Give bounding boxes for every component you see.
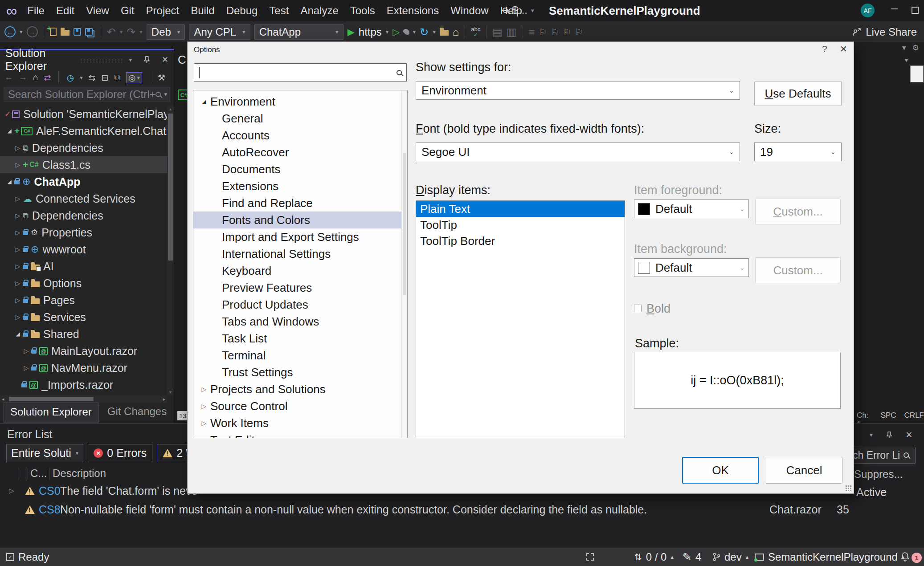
chevron-down-icon[interactable]: ▾ — [80, 74, 83, 81]
new-file-icon[interactable] — [50, 28, 57, 36]
window-position-icon[interactable]: ▾ — [870, 432, 873, 438]
quick-search[interactable]: S... ▾ — [503, 4, 534, 16]
panel-tab-git-changes[interactable]: Git Changes — [101, 403, 173, 423]
chevron-down-icon[interactable]: ▾ — [164, 91, 167, 98]
menu-extensions[interactable]: Extensions — [381, 4, 445, 17]
solution-search-input[interactable]: Search Solution Explorer (Ctrl+ ▾ — [4, 87, 170, 102]
menu-test[interactable]: Test — [263, 4, 294, 17]
options-category-projects-and-solutions[interactable]: ▷Projects and Solutions — [193, 381, 407, 398]
properties-window-icon[interactable]: ⧉ — [114, 73, 120, 82]
error-search-fragment[interactable]: ch Error Li — [849, 447, 916, 464]
tree-item-services[interactable]: ▷Services — [0, 309, 167, 326]
options-category-environment[interactable]: ◢Environment — [193, 93, 407, 110]
options-category-fonts-and-colors[interactable]: Fonts and Colors — [193, 212, 407, 228]
run-target-label[interactable]: https — [359, 26, 382, 38]
save-all-icon[interactable] — [85, 28, 93, 36]
options-category-task-list[interactable]: Task List — [193, 330, 407, 347]
tree-item-ai[interactable]: ▷AI — [0, 258, 167, 275]
notification-badge[interactable]: 1 — [912, 553, 922, 563]
uncomment-icon[interactable]: ▥ — [507, 26, 517, 38]
spell-check-icon[interactable]: abc✓ — [471, 26, 480, 37]
options-category-extensions[interactable]: Extensions — [193, 178, 407, 195]
display-item-tooltip-border[interactable]: ToolTip Border — [416, 233, 625, 249]
collapsed-arrow-icon[interactable]: ▷ — [13, 314, 23, 321]
open-file-icon[interactable] — [61, 30, 70, 36]
errors-filter-toggle[interactable]: ✕ 0 Errors — [88, 444, 152, 462]
panel-tab-solution-explorer[interactable]: Solution Explorer — [4, 403, 98, 423]
options-category-find-and-replace[interactable]: Find and Replace — [193, 195, 407, 212]
bold-checkbox[interactable] — [634, 305, 642, 312]
close-icon[interactable]: ✕ — [906, 430, 913, 440]
menu-window[interactable]: Window — [445, 4, 494, 17]
options-category-preview-features[interactable]: Preview Features — [193, 279, 407, 296]
tree-item-solution-semantickernelplayg[interactable]: ✓Solution 'SemanticKernelPlayg — [0, 106, 167, 122]
scroll-right-icon[interactable]: ▸ — [163, 396, 165, 402]
resize-grip[interactable] — [845, 485, 852, 492]
restart-icon[interactable]: ↻ — [420, 26, 429, 38]
options-category-documents[interactable]: Documents — [193, 161, 407, 178]
scroll-left-icon[interactable]: ◂ — [2, 396, 4, 402]
options-category-international-settings[interactable]: International Settings — [193, 245, 407, 262]
avatar[interactable]: AF — [861, 4, 875, 17]
tree-item-mainlayout-razor[interactable]: ▷@MainLayout.razor — [0, 342, 167, 359]
scrollbar-fragment[interactable] — [910, 65, 924, 82]
configuration-dropdown[interactable]: Deb▾ — [147, 24, 185, 40]
collapsed-arrow-icon[interactable]: ▷ — [198, 419, 210, 427]
previous-bookmark-icon[interactable]: ⚐ — [551, 27, 559, 37]
bookmark-icon[interactable]: ⚐ — [539, 27, 547, 37]
collapsed-arrow-icon[interactable]: ▷ — [198, 436, 210, 438]
error-code[interactable]: CS86 — [39, 503, 60, 516]
cancel-button[interactable]: Cancel — [766, 457, 842, 484]
sync-icon[interactable]: ⇆ — [89, 73, 96, 83]
options-category-trust-settings[interactable]: Trust Settings — [193, 364, 407, 381]
custom-foreground-button[interactable]: Custom... — [755, 199, 841, 224]
display-item-tooltip[interactable]: ToolTip — [416, 217, 625, 233]
scrollbar-thumb[interactable] — [9, 397, 94, 401]
display-item-plain-text[interactable]: Plain Text — [416, 201, 625, 217]
tree-item-class1-cs[interactable]: ▷+C#Class1.cs — [0, 156, 167, 173]
error-row[interactable]: CS86Non-nullable field 'form' must conta… — [0, 500, 924, 519]
collapsed-arrow-icon[interactable]: ▷ — [13, 195, 23, 202]
collapsed-arrow-icon[interactable]: ▷ — [13, 263, 23, 270]
expander-icon[interactable]: ▷ — [9, 487, 25, 495]
scope-filter-dropdown[interactable]: Entire Soluti ▾ — [6, 444, 83, 462]
indent-icon[interactable]: ≡ — [529, 26, 535, 38]
notifications-button[interactable] — [901, 548, 909, 566]
editor-tab-fragment[interactable]: C — [178, 53, 186, 67]
menu-git[interactable]: Git — [115, 4, 140, 17]
error-code[interactable]: CS01 — [39, 485, 60, 497]
collapse-all-icon[interactable]: ⊟ — [101, 73, 108, 83]
collapsed-arrow-icon[interactable]: ▷ — [198, 403, 210, 410]
tree-item-navmenu-razor[interactable]: ▷@NavMenu.razor — [0, 359, 167, 376]
options-category-keyboard[interactable]: Keyboard — [193, 262, 407, 279]
use-defaults-button[interactable]: Use Defaults — [754, 81, 842, 106]
horizontal-scrollbar[interactable]: ◂ ▸ — [0, 395, 167, 403]
tree-item-dependencies[interactable]: ▷⧉Dependencies — [0, 207, 167, 224]
close-button[interactable]: ✕ — [840, 44, 847, 54]
home-icon[interactable]: ⌂ — [33, 73, 38, 82]
item-background-dropdown[interactable]: Default ⌄ — [634, 258, 749, 277]
tree-item-dependencies[interactable]: ▷⧉Dependencies — [0, 139, 167, 156]
next-bookmark-icon[interactable]: ⚐ — [563, 27, 571, 37]
properties-icon[interactable]: ⚒ — [158, 73, 165, 83]
scrollbar-thumb[interactable] — [168, 114, 173, 261]
chevron-down-icon[interactable]: ▾ — [120, 29, 123, 35]
options-search-input[interactable] — [194, 63, 407, 81]
options-category-terminal[interactable]: Terminal — [193, 347, 407, 364]
item-foreground-dropdown[interactable]: Default ⌄ — [634, 200, 749, 218]
column-suppression[interactable]: Suppres... — [854, 468, 903, 480]
tree-item-alef-semantickernel-chatbot[interactable]: ◢+C#AleF.SemanticKernel.ChatBot — [0, 122, 167, 139]
switch-views-icon[interactable]: ⇄ — [44, 73, 51, 83]
tree-item-shared[interactable]: ◢Shared — [0, 326, 167, 342]
menu-analyze[interactable]: Analyze — [294, 4, 344, 17]
vertical-scrollbar[interactable]: ▴ ▾ — [167, 106, 174, 395]
undo-icon[interactable]: ↶ — [107, 26, 116, 38]
column-code[interactable]: C... — [30, 467, 47, 480]
collapsed-arrow-icon[interactable]: ▷ — [13, 297, 23, 304]
options-category-import-and-export-settings[interactable]: Import and Export Settings — [193, 228, 407, 245]
collapsed-arrow-icon[interactable]: ▷ — [21, 364, 31, 371]
startup-project-dropdown[interactable]: ChatApp▾ — [254, 24, 343, 40]
close-icon[interactable]: ✕ — [162, 55, 168, 65]
expanded-arrow-icon[interactable]: ◢ — [198, 98, 210, 105]
tree-item-properties[interactable]: ▷⚙Properties — [0, 224, 167, 241]
